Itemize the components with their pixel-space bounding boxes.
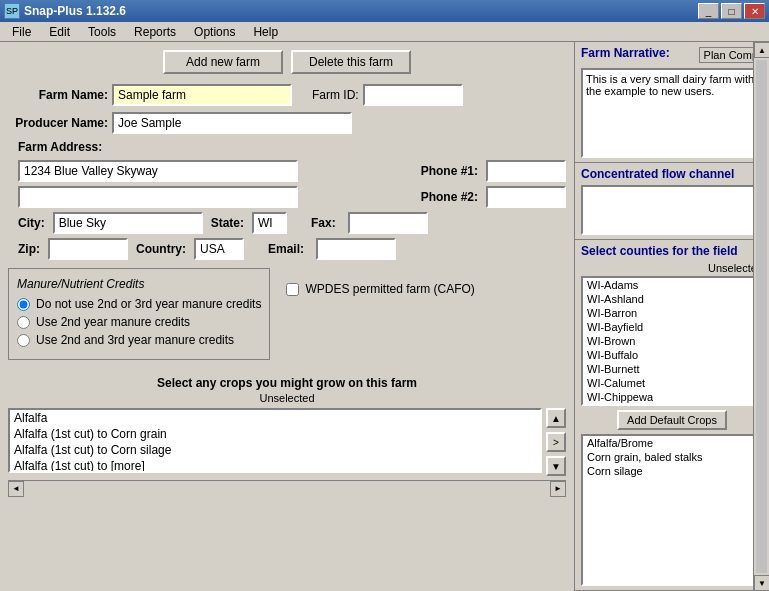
county-item[interactable]: WI-Bayfield [583,320,761,334]
country-label: Country: [136,242,186,256]
title-bar-buttons: _ □ ✕ [698,3,765,19]
horizontal-scroll-track[interactable] [24,481,550,497]
right-crops-list[interactable]: Alfalfa/Brome Corn grain, baled stalks C… [581,434,763,586]
crops-title: Select any crops you might grow on this … [8,376,566,390]
radio-label-0: Do not use 2nd or 3rd year manure credit… [36,297,261,311]
restore-button[interactable]: □ [721,3,742,19]
arrow-col: ▲ > ▼ [546,408,566,476]
zip-input[interactable] [48,238,128,260]
right-crop-item[interactable]: Corn grain, baled stalks [583,450,761,464]
concentrated-flow-title: Concentrated flow channel [581,167,763,181]
minimize-button[interactable]: _ [698,3,719,19]
phone1-row: Phone #1: [421,160,566,182]
county-item[interactable]: WI-Clark [583,404,761,406]
crops-row: Alfalfa Alfalfa (1st cut) to Corn grain … [8,408,566,476]
menu-edit[interactable]: Edit [41,23,78,41]
producer-name-row: Producer Name: [8,112,566,134]
county-item[interactable]: WI-Calumet [583,376,761,390]
county-item[interactable]: WI-Buffalo [583,348,761,362]
city-input[interactable] [53,212,203,234]
zip-label: Zip: [18,242,40,256]
address-line2-input[interactable] [18,186,298,208]
add-farm-button[interactable]: Add new farm [163,50,283,74]
radio-row-1: Use 2nd year manure credits [17,315,261,329]
title-bar-left: SP Snap-Plus 1.132.6 [4,3,126,19]
address-lines: Phone #1: Phone #2: [8,160,566,208]
phone1-label: Phone #1: [421,164,478,178]
county-item[interactable]: WI-Ashland [583,292,761,306]
scroll-up-button[interactable]: ▲ [754,42,769,58]
scroll-right-button[interactable]: ► [550,481,566,497]
country-input[interactable] [194,238,244,260]
right-panel: Farm Narrative: Plan Comp This is a very… [574,42,769,591]
counties-list[interactable]: WI-Adams WI-Ashland WI-Barron WI-Bayfiel… [581,276,763,406]
farm-id-input[interactable] [363,84,463,106]
county-item[interactable]: WI-Brown [583,334,761,348]
crops-section: Select any crops you might grow on this … [8,376,566,476]
right-crop-item[interactable]: Corn silage [583,464,761,478]
narrative-title: Farm Narrative: [581,46,670,60]
scroll-track[interactable] [756,60,767,573]
radio-no-credits[interactable] [17,298,30,311]
menu-help[interactable]: Help [245,23,286,41]
address-line1-input[interactable] [18,160,298,182]
close-button[interactable]: ✕ [744,3,765,19]
bottom-scrollbar: ◄ ► [8,480,566,496]
menu-file[interactable]: File [4,23,39,41]
county-item[interactable]: WI-Adams [583,278,761,292]
radio-row-2: Use 2nd and 3rd year manure credits [17,333,261,347]
available-crops-list[interactable]: Alfalfa Alfalfa (1st cut) to Corn grain … [8,408,542,473]
right-scrollbar: ▲ ▼ [753,42,769,591]
city-state-row: City: State: Fax: [8,212,566,234]
radio-row-0: Do not use 2nd or 3rd year manure credit… [17,297,261,311]
phone2-input[interactable] [486,186,566,208]
address-inputs-col [18,160,413,208]
scroll-up-crops-button[interactable]: ▲ [546,408,566,428]
wpdes-checkbox[interactable] [286,283,299,296]
producer-name-label: Producer Name: [8,116,108,130]
delete-farm-button[interactable]: Delete this farm [291,50,411,74]
radio-2nd-3rd-year[interactable] [17,334,30,347]
state-input[interactable] [252,212,287,234]
list-item[interactable]: Alfalfa (1st cut) to Corn silage [10,442,540,458]
wpdes-col: WPDES permitted farm (CAFO) [286,268,474,368]
main-container: Add new farm Delete this farm Farm Name:… [0,42,769,591]
menu-tools[interactable]: Tools [80,23,124,41]
list-item[interactable]: Alfalfa [10,410,540,426]
radio-label-2: Use 2nd and 3rd year manure credits [36,333,234,347]
concentrated-flow-input[interactable] [581,185,763,235]
wpdes-label: WPDES permitted farm (CAFO) [305,282,474,296]
list-item[interactable]: Alfalfa (1st cut) to Corn grain [10,426,540,442]
county-item[interactable]: WI-Burnett [583,362,761,376]
menu-options[interactable]: Options [186,23,243,41]
phone2-row: Phone #2: [421,186,566,208]
wpdes-row: WPDES permitted farm (CAFO) [286,282,474,296]
menu-reports[interactable]: Reports [126,23,184,41]
narrative-header: Farm Narrative: Plan Comp [581,46,763,64]
move-right-button[interactable]: > [546,432,566,452]
address-section: Farm Address: Phone #1: Phone #2: [8,140,566,260]
county-item[interactable]: WI-Chippewa [583,390,761,404]
phone2-label: Phone #2: [421,190,478,204]
phone1-input[interactable] [486,160,566,182]
radio-2nd-year[interactable] [17,316,30,329]
add-default-crops-button[interactable]: Add Default Crops [617,410,727,430]
title-bar: SP Snap-Plus 1.132.6 _ □ ✕ [0,0,769,22]
right-crop-item[interactable]: Alfalfa/Brome [583,436,761,450]
scroll-left-button[interactable]: ◄ [8,481,24,497]
address-section-label: Farm Address: [18,140,102,154]
scroll-down-button[interactable]: ▼ [754,575,769,591]
farm-name-row: Farm Name: Farm ID: [8,84,566,106]
narrative-section: Farm Narrative: Plan Comp This is a very… [575,42,769,163]
county-item[interactable]: WI-Barron [583,306,761,320]
manure-wpdes-row: Manure/Nutrient Credits Do not use 2nd o… [8,268,566,368]
email-input[interactable] [316,238,396,260]
farm-name-input[interactable] [112,84,292,106]
fax-input[interactable] [348,212,428,234]
concentrated-flow-section: Concentrated flow channel [575,163,769,240]
counties-title: Select counties for the field [581,244,763,258]
scroll-down-crops-button[interactable]: ▼ [546,456,566,476]
producer-name-input[interactable] [112,112,352,134]
state-label: State: [211,216,244,230]
list-item[interactable]: Alfalfa (1st cut) to [more] [10,458,540,473]
